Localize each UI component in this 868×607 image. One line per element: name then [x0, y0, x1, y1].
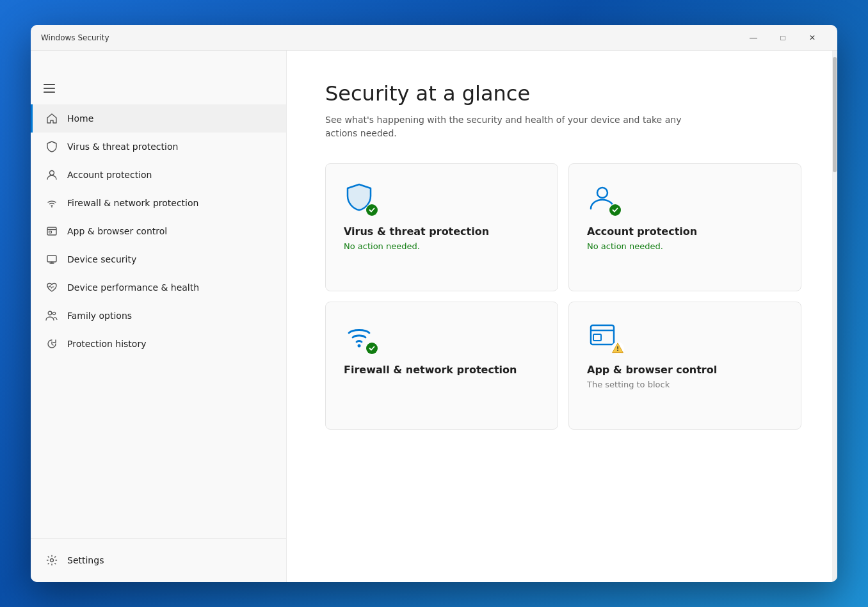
sidebar-item-browser-label: App & browser control: [67, 226, 167, 236]
green-check-badge-account: [609, 204, 622, 216]
firewall-card-title: Firewall & network protection: [344, 364, 540, 376]
history-icon: [45, 337, 58, 350]
sidebar-item-device-health-label: Device performance & health: [67, 282, 199, 293]
sidebar-item-account-label: Account protection: [67, 170, 152, 180]
browser-card-title: App & browser control: [587, 364, 783, 376]
main-content: Security at a glance See what's happenin…: [287, 51, 832, 582]
sidebar-nav: Home Virus & threat protection: [31, 104, 286, 538]
svg-rect-7: [47, 255, 56, 262]
sidebar-item-firewall[interactable]: Firewall & network protection: [31, 189, 286, 217]
menu-toggle-button[interactable]: [31, 79, 286, 104]
heart-icon: [45, 281, 58, 294]
maximize-button[interactable]: □: [768, 28, 798, 48]
home-icon: [45, 112, 58, 125]
firewall-card[interactable]: Firewall & network protection: [325, 302, 558, 430]
svg-rect-14: [593, 334, 601, 341]
sidebar-item-family[interactable]: Family options: [31, 302, 286, 330]
close-button[interactable]: ✕: [798, 28, 827, 48]
page-title: Security at a glance: [325, 81, 801, 106]
svg-point-4: [51, 206, 52, 207]
cards-grid: Virus & threat protection No action need…: [325, 163, 801, 430]
svg-rect-2: [44, 92, 55, 93]
window-title: Windows Security: [41, 33, 739, 42]
scrollbar-thumb: [833, 57, 837, 172]
family-icon: [45, 309, 58, 322]
sidebar-item-history-label: Protection history: [67, 339, 146, 349]
sidebar-item-settings-label: Settings: [67, 555, 104, 565]
browser-control-card[interactable]: ! App & browser control The setting to b…: [568, 302, 801, 430]
browser-icon: [45, 225, 58, 238]
svg-point-10: [51, 559, 54, 562]
sidebar-item-home[interactable]: Home: [31, 104, 286, 133]
wifi-icon: [45, 197, 58, 209]
sidebar-item-family-label: Family options: [67, 311, 132, 321]
app-body: Home Virus & threat protection: [31, 51, 837, 582]
svg-point-8: [48, 311, 52, 315]
virus-threat-card[interactable]: Virus & threat protection No action need…: [325, 163, 558, 291]
sidebar-item-virus[interactable]: Virus & threat protection: [31, 133, 286, 161]
sidebar-item-virus-label: Virus & threat protection: [67, 142, 178, 152]
account-card-desc: No action needed.: [587, 241, 783, 251]
sidebar-item-settings[interactable]: Settings: [44, 546, 273, 574]
card-icon-area-firewall: [344, 320, 377, 353]
svg-point-3: [50, 171, 54, 175]
svg-point-9: [52, 312, 55, 314]
sidebar-item-device-security[interactable]: Device security: [31, 245, 286, 273]
svg-rect-0: [44, 84, 55, 85]
shield-icon: [45, 140, 58, 153]
sidebar: Home Virus & threat protection: [31, 51, 287, 582]
sidebar-item-history[interactable]: Protection history: [31, 330, 286, 358]
scrollbar[interactable]: [832, 51, 837, 582]
gear-icon: [45, 554, 58, 567]
monitor-icon: [45, 253, 58, 266]
sidebar-item-home-label: Home: [67, 113, 93, 124]
green-check-badge-firewall: [366, 342, 378, 355]
virus-card-desc: No action needed.: [344, 241, 540, 251]
window-controls: — □ ✕: [739, 28, 827, 48]
svg-rect-1: [44, 88, 55, 89]
sidebar-item-browser[interactable]: App & browser control: [31, 217, 286, 245]
card-icon-area-virus: [344, 182, 377, 215]
warning-badge-browser: !: [611, 342, 624, 355]
virus-card-title: Virus & threat protection: [344, 225, 540, 238]
sidebar-item-firewall-label: Firewall & network protection: [67, 198, 198, 208]
browser-card-desc: The setting to block: [587, 380, 783, 389]
sidebar-item-device-security-label: Device security: [67, 254, 136, 264]
svg-point-11: [597, 188, 607, 198]
minimize-button[interactable]: —: [739, 28, 768, 48]
svg-rect-6: [49, 231, 52, 233]
sidebar-bottom: Settings: [31, 538, 286, 582]
account-protection-card[interactable]: Account protection No action needed.: [568, 163, 801, 291]
windows-security-window: Windows Security — □ ✕: [31, 25, 837, 582]
svg-text:!: !: [616, 345, 619, 352]
account-card-title: Account protection: [587, 225, 783, 238]
person-icon: [45, 168, 58, 181]
main-wrapper: Security at a glance See what's happenin…: [287, 51, 837, 582]
titlebar: Windows Security — □ ✕: [31, 25, 837, 51]
svg-point-12: [358, 344, 361, 348]
card-icon-area-account: [587, 182, 620, 215]
page-subtitle: See what's happening with the security a…: [325, 113, 709, 140]
back-button[interactable]: [31, 56, 56, 79]
card-icon-area-browser: !: [587, 320, 625, 353]
sidebar-item-device-health[interactable]: Device performance & health: [31, 273, 286, 302]
green-check-badge-virus: [366, 204, 378, 216]
sidebar-item-account[interactable]: Account protection: [31, 161, 286, 189]
